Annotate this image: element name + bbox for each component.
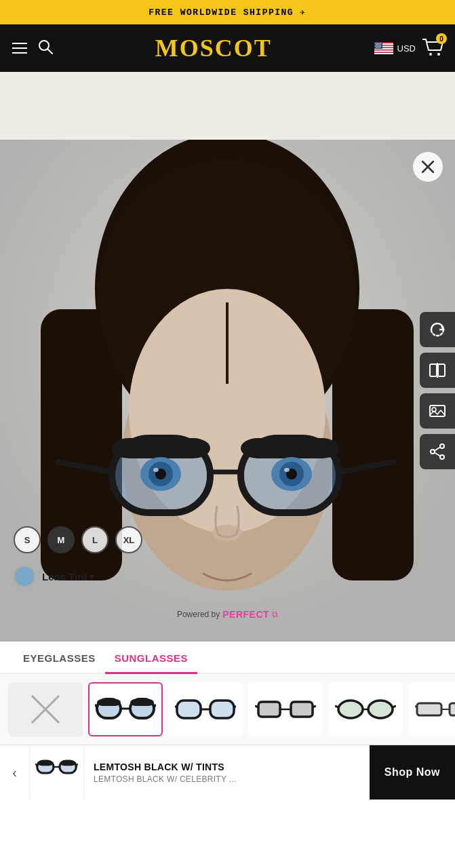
svg-point-59 bbox=[440, 455, 444, 459]
svg-point-16 bbox=[375, 45, 376, 47]
thumb-glasses-4[interactable] bbox=[328, 682, 403, 736]
shipping-banner: FREE WORLDWIDE SHIPPING ✈ bbox=[0, 0, 455, 24]
svg-rect-53 bbox=[430, 364, 437, 376]
glasses-thumbnails bbox=[0, 674, 455, 745]
product-info-bar: ‹ LEMTOSH BLACK W/ TINTS LEMTOSH BLACK W… bbox=[0, 745, 455, 800]
svg-rect-70 bbox=[97, 699, 121, 706]
menu-icon[interactable] bbox=[12, 43, 27, 54]
close-button[interactable] bbox=[413, 152, 443, 182]
svg-point-12 bbox=[380, 43, 381, 44]
currency-label: USD bbox=[397, 43, 416, 54]
site-logo[interactable]: MOSCOT bbox=[155, 34, 272, 62]
svg-rect-38 bbox=[241, 438, 339, 458]
svg-line-81 bbox=[313, 706, 316, 707]
header-left bbox=[12, 39, 53, 58]
svg-line-1 bbox=[48, 49, 53, 54]
size-s-button[interactable]: S bbox=[14, 526, 41, 553]
svg-point-19 bbox=[380, 45, 381, 47]
powered-by-brand: PERFECT bbox=[222, 609, 269, 620]
compare-button[interactable] bbox=[420, 353, 455, 388]
size-xl-button[interactable]: XL bbox=[115, 526, 142, 553]
side-controls bbox=[420, 312, 455, 469]
svg-rect-98 bbox=[60, 760, 76, 765]
svg-point-48 bbox=[284, 468, 290, 472]
product-thumbnail bbox=[30, 745, 84, 800]
external-link-icon: ⧉ bbox=[272, 610, 278, 619]
powered-by-text: Powered by bbox=[177, 610, 220, 619]
svg-point-21 bbox=[378, 47, 379, 48]
currency-selector[interactable]: USD bbox=[374, 42, 416, 54]
site-header: MOSCOT bbox=[0, 24, 455, 72]
svg-point-14 bbox=[378, 44, 379, 45]
svg-point-9 bbox=[375, 43, 376, 44]
cart-badge: 0 bbox=[436, 33, 447, 44]
svg-rect-88 bbox=[450, 703, 455, 715]
powered-by-bar: Powered by PERFECT ⧉ bbox=[177, 609, 278, 620]
svg-line-80 bbox=[255, 706, 258, 707]
flag-icon bbox=[374, 42, 393, 54]
rotate-button[interactable] bbox=[420, 312, 455, 347]
svg-point-18 bbox=[378, 45, 380, 47]
svg-point-22 bbox=[379, 47, 380, 48]
svg-point-13 bbox=[376, 44, 377, 45]
svg-rect-97 bbox=[37, 760, 54, 765]
svg-point-83 bbox=[368, 701, 393, 718]
tint-text: Lens Tint bbox=[42, 571, 87, 583]
svg-line-85 bbox=[335, 706, 338, 707]
svg-point-58 bbox=[440, 444, 444, 448]
svg-point-60 bbox=[431, 450, 435, 454]
share-button[interactable] bbox=[420, 434, 455, 469]
svg-point-24 bbox=[437, 53, 440, 56]
size-l-button[interactable]: L bbox=[81, 526, 108, 553]
tint-color-circle bbox=[14, 566, 35, 587]
thumb-no-glasses[interactable] bbox=[8, 682, 83, 736]
product-subtitle: LEMTOSH BLACK W/ CELEBRITY ... bbox=[94, 774, 256, 784]
svg-line-76 bbox=[234, 706, 236, 708]
svg-rect-54 bbox=[438, 364, 445, 376]
thumb-glasses-2[interactable] bbox=[168, 682, 243, 736]
svg-rect-37 bbox=[112, 438, 210, 458]
prev-button[interactable]: ‹ bbox=[0, 745, 30, 800]
svg-line-75 bbox=[175, 706, 177, 708]
thumb-glasses-5[interactable] bbox=[408, 682, 455, 736]
svg-line-86 bbox=[393, 706, 396, 707]
svg-point-23 bbox=[429, 53, 432, 56]
size-selector: S M L XL bbox=[14, 526, 142, 553]
search-icon[interactable] bbox=[38, 39, 53, 58]
header-right: USD 0 bbox=[374, 37, 443, 59]
tab-eyeglasses[interactable]: EYEGLASSES bbox=[14, 642, 105, 674]
product-details: LEMTOSH BLACK W/ TINTS LEMTOSH BLACK W/ … bbox=[84, 755, 370, 791]
svg-rect-6 bbox=[374, 51, 393, 52]
svg-line-90 bbox=[415, 706, 417, 707]
thumb-glasses-1[interactable] bbox=[88, 682, 163, 736]
svg-point-82 bbox=[338, 701, 363, 718]
svg-line-62 bbox=[435, 453, 440, 456]
cart-icon[interactable]: 0 bbox=[422, 37, 443, 59]
svg-point-17 bbox=[376, 45, 378, 47]
product-name: LEMTOSH BLACK W/ TINTS bbox=[94, 762, 360, 772]
svg-point-20 bbox=[376, 47, 377, 48]
size-m-button[interactable]: M bbox=[47, 526, 75, 553]
tryon-container: S M L XL Lens Tint ▾ Powered by PERFECT … bbox=[0, 140, 455, 642]
svg-rect-78 bbox=[291, 702, 313, 717]
svg-rect-77 bbox=[258, 702, 280, 717]
svg-line-61 bbox=[435, 448, 440, 451]
tab-sunglasses[interactable]: SUNGLASSES bbox=[105, 642, 197, 674]
lens-tint-selector[interactable]: Lens Tint ▾ bbox=[14, 566, 94, 587]
svg-point-11 bbox=[378, 43, 380, 44]
svg-point-10 bbox=[376, 43, 378, 44]
svg-rect-87 bbox=[417, 703, 441, 715]
svg-rect-72 bbox=[177, 701, 201, 718]
shop-now-button[interactable]: Shop Now bbox=[370, 745, 455, 800]
beige-strip bbox=[0, 72, 455, 140]
svg-point-15 bbox=[379, 44, 380, 45]
category-tab-bar: EYEGLASSES SUNGLASSES bbox=[0, 642, 455, 674]
svg-rect-71 bbox=[130, 699, 154, 706]
tint-label: Lens Tint ▾ bbox=[42, 571, 94, 583]
svg-rect-73 bbox=[210, 701, 234, 718]
svg-point-44 bbox=[153, 468, 159, 472]
chevron-down-icon: ▾ bbox=[90, 572, 94, 582]
svg-rect-7 bbox=[374, 53, 393, 54]
thumb-glasses-3[interactable] bbox=[248, 682, 323, 736]
image-button[interactable] bbox=[420, 393, 455, 429]
